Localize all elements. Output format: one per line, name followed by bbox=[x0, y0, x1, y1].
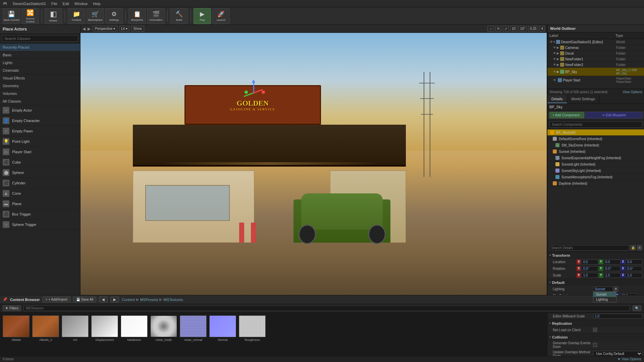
location-x-input[interactable] bbox=[581, 259, 598, 264]
default-header[interactable]: ▾ Default bbox=[547, 279, 644, 286]
nav-back-button[interactable]: ◀ bbox=[99, 297, 108, 302]
viewport[interactable]: GOLDEN GASOLINE & SERVICE bbox=[80, 33, 547, 295]
list-item[interactable]: ▷ Player Start bbox=[0, 147, 80, 157]
component-daytime[interactable]: Daytime (Inherited) bbox=[547, 180, 644, 187]
outliner-row-bp-sky[interactable]: 👁 ▶ BP_Sky BP_Sky_C Edit BP_Sky bbox=[547, 68, 644, 76]
outliner-row-player-start[interactable]: 👁 Player Start PlayerStart PlayerStart bbox=[547, 76, 644, 84]
component-sunset-sky[interactable]: SunsetSkyLight (Inherited) bbox=[547, 168, 644, 174]
perspective-button[interactable]: Perspective ▾ bbox=[93, 26, 117, 32]
show-button[interactable]: Show bbox=[131, 26, 144, 32]
category-geometry[interactable]: Geometry bbox=[0, 82, 80, 90]
asset-albedo[interactable]: Albedo bbox=[3, 315, 30, 342]
list-item[interactable]: ⬛ Cube bbox=[0, 157, 80, 168]
list-item[interactable]: 👤 Empty Character bbox=[0, 116, 80, 126]
modes-button[interactable]: ◧ Modes bbox=[45, 8, 62, 24]
component-sunset-atmo[interactable]: SunsetAtmosphericFog (Inherited) bbox=[547, 174, 644, 180]
play-button[interactable]: ▶ Play bbox=[194, 8, 211, 24]
camera-speed-button[interactable]: 4 bbox=[539, 26, 545, 32]
asset-displacement[interactable]: Displacement bbox=[91, 315, 118, 342]
asset-albedo-2[interactable]: Albedo_2 bbox=[32, 315, 59, 342]
search-components-input[interactable] bbox=[549, 121, 642, 128]
list-item[interactable]: ⬤ Sphere bbox=[0, 168, 80, 178]
category-lights[interactable]: Lights bbox=[0, 59, 80, 67]
search-details-input[interactable] bbox=[549, 245, 629, 251]
translate-button[interactable]: ↔ bbox=[487, 26, 494, 32]
menu-help[interactable]: Help bbox=[93, 2, 101, 6]
tab-world-settings[interactable]: World Settings bbox=[567, 95, 599, 103]
category-visual-effects[interactable]: Visual Effects bbox=[0, 74, 80, 82]
component-sunset-light[interactable]: SunsetLight (Inherited) bbox=[547, 161, 644, 168]
lighting-input[interactable] bbox=[593, 287, 613, 292]
category-volumes[interactable]: Volumes bbox=[0, 90, 80, 98]
scale-z-input[interactable] bbox=[626, 273, 642, 278]
list-item[interactable]: ⬛ Cylinder bbox=[0, 178, 80, 188]
asset-metalness[interactable]: Metalness bbox=[121, 315, 148, 342]
vp-back-arrow[interactable]: ◀ bbox=[83, 26, 86, 31]
vp-forward-arrow[interactable]: ▶ bbox=[88, 26, 91, 31]
menu-window[interactable]: Window bbox=[74, 2, 88, 6]
expand-details-button[interactable]: ⊞ bbox=[637, 245, 642, 250]
list-item[interactable]: ▬ Plane bbox=[0, 199, 80, 209]
lit-mode-button[interactable]: Lit ▾ bbox=[119, 26, 129, 32]
category-all-classes[interactable]: All Classes bbox=[0, 98, 80, 105]
component-sunset[interactable]: Sunset (Inherited) bbox=[547, 148, 644, 155]
category-cinematic[interactable]: Cinematic bbox=[0, 67, 80, 74]
browser-search-input[interactable] bbox=[23, 305, 630, 311]
grid-snap-button[interactable]: 10 bbox=[510, 26, 517, 32]
component-bp-sky-self[interactable]: BP_Sky(self) bbox=[547, 129, 644, 136]
actor-search-input[interactable] bbox=[2, 35, 78, 42]
location-y-input[interactable] bbox=[604, 259, 621, 264]
edit-blueprint-button[interactable]: ✏ Edit Blueprint bbox=[586, 112, 642, 118]
transform-header[interactable]: ▾ Transform bbox=[547, 252, 644, 259]
rotation-x-input[interactable] bbox=[581, 266, 598, 271]
content-button[interactable]: 📁 Content bbox=[68, 8, 85, 24]
scale-x-input[interactable] bbox=[581, 273, 598, 278]
outliner-row-newfolder2[interactable]: 👁 ▶ NewFolder2 Folder bbox=[547, 62, 644, 68]
outliner-row-decal[interactable]: 👁 ▶ Decal Folder bbox=[547, 51, 644, 56]
tab-details[interactable]: Details bbox=[547, 95, 567, 103]
component-sm-skydome[interactable]: SM_SkyDome (Inherited) bbox=[547, 142, 644, 148]
add-component-button[interactable]: + Add Component - bbox=[549, 112, 584, 118]
lighting-option-sunset[interactable]: Sunset bbox=[593, 292, 616, 297]
rotation-z-input[interactable] bbox=[626, 266, 642, 271]
view-options-button[interactable]: ▼ View Options bbox=[618, 357, 641, 361]
location-z-input[interactable] bbox=[626, 259, 642, 264]
blueprints-button[interactable]: 📋 Blueprints bbox=[128, 8, 146, 24]
asset-noise-mask[interactable]: noise_mask bbox=[150, 315, 177, 342]
viewport-canvas[interactable]: GOLDEN GASOLINE & SERVICE bbox=[80, 33, 547, 295]
menu-edit[interactable]: Edit bbox=[63, 2, 69, 6]
list-item[interactable]: ○ Empty Pawn bbox=[0, 126, 80, 136]
angle-snap-button[interactable]: 10° bbox=[519, 26, 527, 32]
component-default-scene-root[interactable]: DefaultSceneRoot (Inherited) bbox=[547, 136, 644, 142]
add-import-button[interactable]: + + Add/Import bbox=[43, 297, 71, 302]
breadcrumb-mspresets[interactable]: MSPresets bbox=[140, 298, 158, 302]
breadcrumb-mstextures[interactable]: MSTextures bbox=[163, 298, 183, 302]
asset-ao[interactable]: AO bbox=[62, 315, 89, 342]
list-item[interactable]: 💡 Point Light bbox=[0, 136, 80, 147]
asset-roughness[interactable]: Roughness bbox=[239, 315, 266, 342]
cinematics-button[interactable]: 🎬 Cinematics bbox=[147, 8, 165, 24]
list-item[interactable]: ○ Sphere Trigger bbox=[0, 220, 80, 230]
save-button[interactable]: 💾 Save Current bbox=[3, 8, 20, 24]
marketplace-button[interactable]: 🛒 Marketplace bbox=[87, 8, 104, 24]
scale-y-input[interactable] bbox=[604, 273, 621, 278]
outliner-row-newfolder1[interactable]: 👁 ▶ NewFolder1 Folder bbox=[547, 56, 644, 62]
rotate-button[interactable]: ↻ bbox=[495, 26, 501, 32]
view-options-button[interactable]: View Options bbox=[623, 90, 642, 94]
component-sunset-exp[interactable]: SunsetExponentialHeightFog (Inherited) bbox=[547, 155, 644, 161]
asset-noise-normal[interactable]: noise_normal bbox=[180, 315, 207, 342]
search-icon-button[interactable]: 🔍 bbox=[633, 305, 641, 311]
category-basic[interactable]: Basic bbox=[0, 51, 80, 59]
list-item[interactable]: ▲ Cone bbox=[0, 188, 80, 199]
build-button[interactable]: 🔨 Build bbox=[170, 8, 188, 24]
settings-button[interactable]: ⚙ Settings bbox=[105, 8, 123, 24]
source-control-button[interactable]: 🔀 Source Control bbox=[21, 8, 39, 24]
lighting-option-lighting[interactable]: Lighting bbox=[593, 297, 616, 302]
lock-details-button[interactable]: 🔒 bbox=[630, 245, 636, 250]
menu-file[interactable]: File bbox=[51, 2, 57, 6]
filters-button[interactable]: ▼ Filters bbox=[3, 305, 21, 311]
breadcrumb-content[interactable]: Content bbox=[122, 298, 135, 302]
save-all-button[interactable]: 💾 Save All bbox=[73, 297, 96, 302]
outliner-row-cameras[interactable]: 👁 ▶ Cameras Folder bbox=[547, 45, 644, 51]
rotation-y-input[interactable] bbox=[604, 266, 621, 271]
